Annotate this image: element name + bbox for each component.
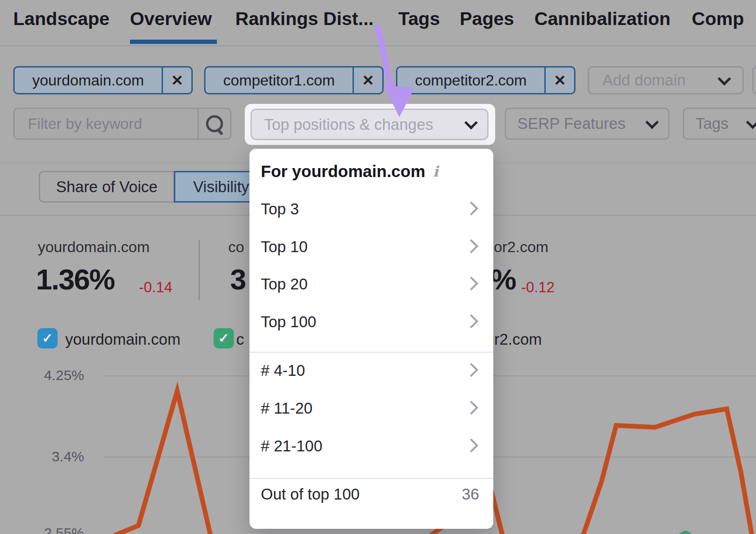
menu-item-out-of-top100[interactable]: Out of top 100 36 — [249, 476, 493, 513]
domain-chip-label: competitor1.com — [206, 68, 352, 93]
active-tab-underline — [130, 40, 217, 44]
chevron-down-icon — [718, 72, 731, 85]
top-positions-label: Top positions & changes — [252, 116, 466, 134]
chevron-right-icon — [464, 401, 479, 415]
tab-landscape[interactable]: Landscape — [13, 8, 110, 29]
menu-item-label: Out of top 100 — [261, 485, 360, 503]
menu-item-label: # 4-10 — [261, 362, 305, 380]
tags-dropdown-label: Tags — [684, 115, 748, 133]
menu-item-label: Top 3 — [261, 200, 299, 218]
menu-item-label: # 21-100 — [261, 437, 322, 455]
menu-header-title: For yourdomain.com — [261, 162, 425, 181]
menu-item-top10[interactable]: Top 10 — [249, 229, 493, 265]
domain-chip-competitor2[interactable]: competitor2.com ✕ — [396, 66, 576, 94]
search-icon — [206, 115, 223, 132]
legend-label-competitor1-fragment: c — [236, 331, 244, 348]
menu-item-4-10[interactable]: # 4-10 — [249, 352, 493, 389]
chevron-right-icon — [464, 239, 479, 254]
chevron-right-icon — [464, 277, 479, 291]
chevron-down-icon — [645, 115, 659, 128]
legend-label-yourdomain: yourdomain.com — [65, 331, 180, 348]
serp-features-label: SERP Features — [506, 115, 647, 133]
close-icon[interactable]: ✕ — [352, 68, 382, 93]
menu-item-top100[interactable]: Top 100 — [249, 304, 493, 340]
toggle-share-of-voice[interactable]: Share of Voice — [39, 171, 175, 203]
menu-item-label: Top 100 — [261, 313, 316, 331]
chevron-right-icon — [464, 363, 479, 377]
tab-overview[interactable]: Overview — [130, 8, 212, 29]
keyword-filter-input[interactable]: Filter by keyword — [13, 108, 232, 140]
tags-dropdown[interactable]: Tags — [683, 108, 756, 140]
keyword-filter-placeholder: Filter by keyword — [15, 115, 198, 133]
menu-item-label: # 11-20 — [261, 399, 312, 417]
tab-cannibalization[interactable]: Cannibalization — [534, 8, 670, 29]
menu-item-21-100[interactable]: # 21-100 — [249, 428, 493, 465]
info-icon[interactable]: i — [433, 163, 438, 180]
tab-competitors-cutoff[interactable]: Comp — [692, 8, 744, 29]
metric-value-1: 1.36% — [36, 263, 114, 296]
add-domain-label: Add domain — [589, 71, 720, 89]
close-icon[interactable]: ✕ — [162, 68, 191, 93]
domain-chip-yourdomain[interactable]: yourdomain.com ✕ — [13, 66, 193, 94]
menu-item-top3[interactable]: Top 3 — [249, 191, 493, 228]
serp-features-dropdown[interactable]: SERP Features — [505, 108, 670, 140]
check-icon: ✓ — [218, 331, 229, 346]
chevron-right-icon — [464, 202, 479, 216]
metric-change-1: -0.14 — [139, 279, 172, 296]
search-button[interactable] — [198, 109, 230, 138]
menu-item-count: 36 — [462, 485, 479, 503]
tab-rankings-distribution[interactable]: Rankings Dist... — [235, 8, 374, 29]
y-axis-label-2: 3.4% — [27, 449, 84, 465]
legend-checkbox-competitor1[interactable]: ✓ — [214, 328, 234, 348]
nav-divider — [0, 45, 756, 46]
metric-value-2-fragment: 3 — [230, 263, 245, 296]
position-tracking-screen: Landscape Overview Rankings Dist... Tags… — [0, 0, 756, 534]
add-domain-button[interactable]: Add domain — [588, 66, 744, 94]
metric-divider — [198, 240, 200, 300]
menu-header: For yourdomain.com i — [261, 157, 438, 186]
domain-chip-competitor1[interactable]: competitor1.com ✕ — [204, 66, 384, 94]
cutoff-control[interactable] — [752, 66, 756, 94]
metric-change-3: -0.12 — [521, 279, 555, 296]
chevron-right-icon — [464, 314, 479, 329]
metric-domain-1: yourdomain.com — [38, 238, 150, 256]
metric-domain-3-fragment: or2.com — [494, 238, 549, 256]
chevron-down-icon — [464, 116, 478, 129]
legend-checkbox-yourdomain[interactable]: ✓ — [37, 328, 58, 348]
chevron-right-icon — [464, 439, 479, 453]
tab-pages[interactable]: Pages — [460, 8, 514, 29]
menu-item-label: Top 10 — [261, 238, 308, 256]
domain-chip-label: competitor2.com — [397, 68, 544, 93]
y-axis-label-3: 2.55% — [27, 525, 84, 534]
y-axis-label-1: 4.25% — [27, 367, 84, 383]
top-positions-menu: For yourdomain.com i Top 3 Top 10 Top 20… — [249, 149, 493, 529]
menu-item-11-20[interactable]: # 11-20 — [249, 390, 493, 427]
metric-value-3-fragment: % — [490, 263, 515, 296]
domain-chip-label: yourdomain.com — [15, 68, 162, 93]
check-icon: ✓ — [42, 331, 53, 346]
metric-domain-2-fragment: co — [228, 238, 244, 256]
menu-item-label: Top 20 — [261, 275, 308, 293]
menu-item-top20[interactable]: Top 20 — [249, 266, 493, 303]
close-icon[interactable]: ✕ — [544, 68, 574, 93]
top-positions-dropdown[interactable]: Top positions & changes — [250, 109, 489, 140]
tab-tags[interactable]: Tags — [398, 8, 440, 29]
legend-label-competitor2-fragment: r2.com — [494, 331, 542, 348]
